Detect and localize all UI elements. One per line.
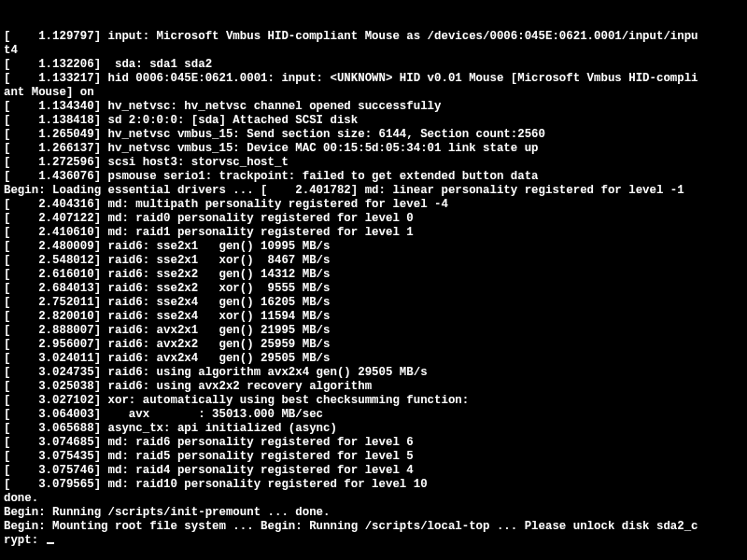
log-line: Begin: Loading essential drivers ... [ 2… <box>4 184 743 198</box>
log-line: done. <box>4 492 743 506</box>
log-line: [ 3.024011] raid6: avx2x4 gen() 29505 MB… <box>4 352 743 366</box>
unlock-prompt-line[interactable]: rypt: <box>4 534 743 548</box>
log-line: Begin: Running /scripts/init-premount ..… <box>4 506 743 520</box>
log-line: [ 2.956007] raid6: avx2x2 gen() 25959 MB… <box>4 338 743 352</box>
log-line: [ 3.025038] raid6: using avx2x2 recovery… <box>4 380 743 394</box>
log-line: [ 1.133217] hid 0006:045E:0621.0001: inp… <box>4 72 743 86</box>
log-line: [ 2.616010] raid6: sse2x2 gen() 14312 MB… <box>4 268 743 282</box>
text-cursor <box>47 542 54 544</box>
log-line: [ 2.480009] raid6: sse2x1 gen() 10995 MB… <box>4 240 743 254</box>
log-line: [ 1.129797] input: Microsoft Vmbus HID-c… <box>4 30 743 44</box>
log-line: [ 1.132206] sda: sda1 sda2 <box>4 58 743 72</box>
log-line: [ 3.024735] raid6: using algorithm avx2x… <box>4 366 743 380</box>
log-line: t4 <box>4 44 743 58</box>
log-line: [ 2.684013] raid6: sse2x2 xor() 9555 MB/… <box>4 282 743 296</box>
log-line: [ 2.404316] md: multipath personality re… <box>4 198 743 212</box>
log-line: Begin: Mounting root file system ... Beg… <box>4 520 743 534</box>
log-line: [ 3.065688] async_tx: api initialized (a… <box>4 422 743 436</box>
log-line: [ 1.272596] scsi host3: storvsc_host_t <box>4 156 743 170</box>
log-line: [ 1.134340] hv_netvsc: hv_netvsc channel… <box>4 100 743 114</box>
log-line: [ 1.436076] psmouse serio1: trackpoint: … <box>4 170 743 184</box>
log-line: [ 3.075746] md: raid4 personality regist… <box>4 464 743 478</box>
log-line: [ 2.548012] raid6: sse2x1 xor() 8467 MB/… <box>4 254 743 268</box>
log-line: [ 2.410610] md: raid1 personality regist… <box>4 226 743 240</box>
log-line: [ 1.138418] sd 2:0:0:0: [sda] Attached S… <box>4 114 743 128</box>
log-line: [ 3.079565] md: raid10 personality regis… <box>4 478 743 492</box>
log-line: [ 2.752011] raid6: sse2x4 gen() 16205 MB… <box>4 296 743 310</box>
log-line: [ 2.888007] raid6: avx2x1 gen() 21995 MB… <box>4 324 743 338</box>
log-line: [ 2.407122] md: raid0 personality regist… <box>4 212 743 226</box>
log-line: [ 3.074685] md: raid6 personality regist… <box>4 436 743 450</box>
log-line: [ 1.266137] hv_netvsc vmbus_15: Device M… <box>4 142 743 156</box>
log-line: ant Mouse] on <box>4 86 743 100</box>
log-line: [ 2.820010] raid6: sse2x4 xor() 11594 MB… <box>4 310 743 324</box>
log-line: [ 3.075435] md: raid5 personality regist… <box>4 450 743 464</box>
log-line: [ 3.027102] xor: automatically using bes… <box>4 394 743 408</box>
kernel-log: [ 1.129797] input: Microsoft Vmbus HID-c… <box>4 30 743 534</box>
prompt-text: rypt: <box>4 534 46 547</box>
log-line: [ 3.064003] avx : 35013.000 MB/sec <box>4 408 743 422</box>
log-line: [ 1.265049] hv_netvsc vmbus_15: Send sec… <box>4 128 743 142</box>
boot-console: [ 1.129797] input: Microsoft Vmbus HID-c… <box>0 0 747 560</box>
